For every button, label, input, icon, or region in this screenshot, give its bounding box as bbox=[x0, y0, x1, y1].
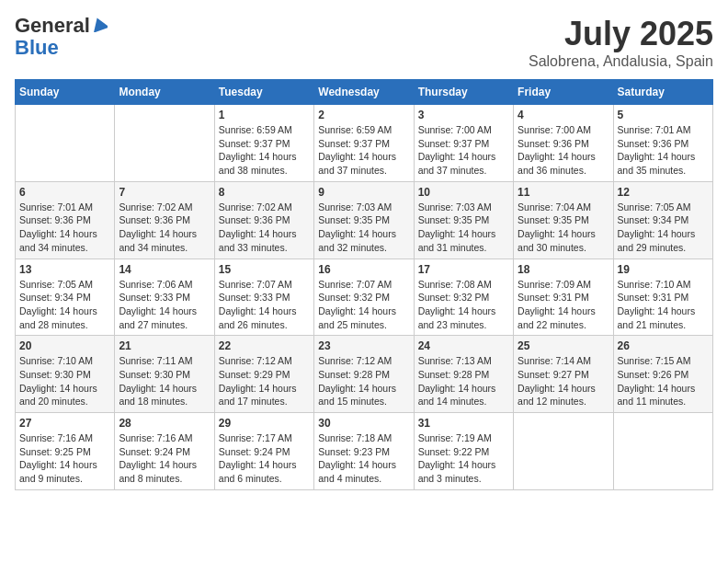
day-info: Sunrise: 7:05 AM Sunset: 9:34 PM Dayligh… bbox=[618, 201, 709, 255]
day-info: Sunrise: 7:10 AM Sunset: 9:31 PM Dayligh… bbox=[618, 278, 709, 332]
day-number: 10 bbox=[418, 186, 509, 199]
calendar-cell bbox=[613, 413, 712, 490]
calendar-cell: 23Sunrise: 7:12 AM Sunset: 9:28 PM Dayli… bbox=[314, 336, 414, 413]
day-number: 12 bbox=[618, 186, 709, 199]
day-number: 6 bbox=[19, 186, 110, 199]
calendar-cell: 21Sunrise: 7:11 AM Sunset: 9:30 PM Dayli… bbox=[115, 336, 214, 413]
day-number: 24 bbox=[418, 339, 509, 352]
calendar-cell: 16Sunrise: 7:07 AM Sunset: 9:32 PM Dayli… bbox=[314, 259, 414, 336]
calendar-week-0: 1Sunrise: 6:59 AM Sunset: 9:37 PM Daylig… bbox=[16, 105, 713, 182]
day-number: 25 bbox=[518, 339, 609, 352]
calendar-cell: 9Sunrise: 7:03 AM Sunset: 9:35 PM Daylig… bbox=[314, 181, 414, 259]
calendar-week-4: 27Sunrise: 7:16 AM Sunset: 9:25 PM Dayli… bbox=[16, 413, 713, 490]
day-info: Sunrise: 7:09 AM Sunset: 9:31 PM Dayligh… bbox=[518, 278, 609, 332]
day-info: Sunrise: 6:59 AM Sunset: 9:37 PM Dayligh… bbox=[219, 123, 310, 178]
day-info: Sunrise: 7:06 AM Sunset: 9:33 PM Dayligh… bbox=[119, 278, 210, 332]
day-number: 18 bbox=[518, 263, 609, 276]
calendar-cell: 12Sunrise: 7:05 AM Sunset: 9:34 PM Dayli… bbox=[613, 181, 712, 259]
calendar-cell: 7Sunrise: 7:02 AM Sunset: 9:36 PM Daylig… bbox=[115, 181, 214, 259]
calendar-table: SundayMondayTuesdayWednesdayThursdayFrid… bbox=[15, 79, 713, 490]
day-number: 21 bbox=[119, 339, 210, 352]
day-info: Sunrise: 7:07 AM Sunset: 9:33 PM Dayligh… bbox=[219, 278, 310, 332]
calendar-cell: 4Sunrise: 7:00 AM Sunset: 9:36 PM Daylig… bbox=[514, 105, 613, 182]
day-number: 1 bbox=[219, 109, 310, 121]
logo-triangle-icon bbox=[91, 16, 108, 32]
day-number: 19 bbox=[618, 263, 709, 276]
day-number: 7 bbox=[119, 186, 210, 199]
day-number: 16 bbox=[318, 263, 409, 276]
calendar-cell: 6Sunrise: 7:01 AM Sunset: 9:36 PM Daylig… bbox=[16, 181, 115, 259]
day-info: Sunrise: 7:19 AM Sunset: 9:22 PM Dayligh… bbox=[418, 431, 509, 486]
calendar-header-thursday: Thursday bbox=[414, 80, 513, 105]
title-block: July 2025 Salobrena, Andalusia, Spain bbox=[529, 15, 713, 70]
day-number: 3 bbox=[418, 109, 509, 121]
day-info: Sunrise: 7:00 AM Sunset: 9:37 PM Dayligh… bbox=[418, 123, 509, 178]
day-info: Sunrise: 7:03 AM Sunset: 9:35 PM Dayligh… bbox=[418, 201, 509, 255]
calendar-cell: 31Sunrise: 7:19 AM Sunset: 9:22 PM Dayli… bbox=[414, 413, 513, 490]
calendar-cell: 8Sunrise: 7:02 AM Sunset: 9:36 PM Daylig… bbox=[214, 181, 313, 259]
day-number: 11 bbox=[518, 186, 609, 199]
calendar-cell: 18Sunrise: 7:09 AM Sunset: 9:31 PM Dayli… bbox=[514, 259, 613, 336]
calendar-header-monday: Monday bbox=[115, 80, 214, 105]
day-info: Sunrise: 7:01 AM Sunset: 9:36 PM Dayligh… bbox=[19, 201, 110, 255]
calendar-cell: 1Sunrise: 6:59 AM Sunset: 9:37 PM Daylig… bbox=[214, 105, 313, 182]
day-info: Sunrise: 7:10 AM Sunset: 9:30 PM Dayligh… bbox=[19, 354, 110, 408]
day-info: Sunrise: 7:01 AM Sunset: 9:36 PM Dayligh… bbox=[618, 123, 709, 178]
calendar-week-1: 6Sunrise: 7:01 AM Sunset: 9:36 PM Daylig… bbox=[16, 181, 713, 259]
calendar-week-2: 13Sunrise: 7:05 AM Sunset: 9:34 PM Dayli… bbox=[16, 259, 713, 336]
calendar-cell: 27Sunrise: 7:16 AM Sunset: 9:25 PM Dayli… bbox=[16, 413, 115, 490]
calendar-week-3: 20Sunrise: 7:10 AM Sunset: 9:30 PM Dayli… bbox=[16, 336, 713, 413]
day-info: Sunrise: 7:05 AM Sunset: 9:34 PM Dayligh… bbox=[19, 278, 110, 332]
day-number: 26 bbox=[618, 339, 709, 352]
calendar-cell bbox=[16, 105, 115, 182]
page-header: General Blue July 2025 Salobrena, Andalu… bbox=[15, 15, 713, 70]
calendar-cell: 30Sunrise: 7:18 AM Sunset: 9:23 PM Dayli… bbox=[314, 413, 414, 490]
month-title: July 2025 bbox=[529, 15, 713, 53]
logo-blue-text: Blue bbox=[15, 36, 59, 59]
calendar-header-row: SundayMondayTuesdayWednesdayThursdayFrid… bbox=[16, 80, 713, 105]
day-number: 5 bbox=[618, 109, 709, 121]
day-number: 23 bbox=[318, 339, 409, 352]
day-number: 8 bbox=[219, 186, 310, 199]
logo-general-text: General bbox=[15, 15, 90, 37]
calendar-header-friday: Friday bbox=[514, 80, 613, 105]
day-number: 29 bbox=[219, 417, 310, 430]
day-info: Sunrise: 7:07 AM Sunset: 9:32 PM Dayligh… bbox=[318, 278, 409, 332]
day-number: 9 bbox=[318, 186, 409, 199]
calendar-header-sunday: Sunday bbox=[16, 80, 115, 105]
day-number: 14 bbox=[119, 263, 210, 276]
day-number: 30 bbox=[318, 417, 409, 430]
calendar-cell: 15Sunrise: 7:07 AM Sunset: 9:33 PM Dayli… bbox=[214, 259, 313, 336]
day-info: Sunrise: 7:16 AM Sunset: 9:24 PM Dayligh… bbox=[119, 431, 210, 486]
day-info: Sunrise: 7:13 AM Sunset: 9:28 PM Dayligh… bbox=[418, 354, 509, 408]
day-info: Sunrise: 7:08 AM Sunset: 9:32 PM Dayligh… bbox=[418, 278, 509, 332]
svg-marker-0 bbox=[91, 16, 108, 32]
day-info: Sunrise: 7:02 AM Sunset: 9:36 PM Dayligh… bbox=[119, 201, 210, 255]
calendar-cell: 5Sunrise: 7:01 AM Sunset: 9:36 PM Daylig… bbox=[613, 105, 712, 182]
day-info: Sunrise: 7:18 AM Sunset: 9:23 PM Dayligh… bbox=[318, 431, 409, 486]
day-number: 28 bbox=[119, 417, 210, 430]
calendar-cell: 26Sunrise: 7:15 AM Sunset: 9:26 PM Dayli… bbox=[613, 336, 712, 413]
calendar-cell: 20Sunrise: 7:10 AM Sunset: 9:30 PM Dayli… bbox=[16, 336, 115, 413]
calendar-header-saturday: Saturday bbox=[613, 80, 712, 105]
calendar-cell: 14Sunrise: 7:06 AM Sunset: 9:33 PM Dayli… bbox=[115, 259, 214, 336]
day-info: Sunrise: 7:03 AM Sunset: 9:35 PM Dayligh… bbox=[318, 201, 409, 255]
day-number: 4 bbox=[518, 109, 609, 121]
day-number: 31 bbox=[418, 417, 509, 430]
day-info: Sunrise: 7:14 AM Sunset: 9:27 PM Dayligh… bbox=[518, 354, 609, 408]
day-info: Sunrise: 7:15 AM Sunset: 9:26 PM Dayligh… bbox=[618, 354, 709, 408]
calendar-cell: 24Sunrise: 7:13 AM Sunset: 9:28 PM Dayli… bbox=[414, 336, 513, 413]
location-text: Salobrena, Andalusia, Spain bbox=[529, 53, 713, 70]
day-number: 27 bbox=[19, 417, 110, 430]
calendar-cell: 2Sunrise: 6:59 AM Sunset: 9:37 PM Daylig… bbox=[314, 105, 414, 182]
logo: General Blue bbox=[15, 15, 108, 59]
day-info: Sunrise: 7:17 AM Sunset: 9:24 PM Dayligh… bbox=[219, 431, 310, 486]
calendar-cell: 3Sunrise: 7:00 AM Sunset: 9:37 PM Daylig… bbox=[414, 105, 513, 182]
calendar-header-tuesday: Tuesday bbox=[214, 80, 313, 105]
day-number: 13 bbox=[19, 263, 110, 276]
day-info: Sunrise: 6:59 AM Sunset: 9:37 PM Dayligh… bbox=[318, 123, 409, 178]
calendar-cell: 25Sunrise: 7:14 AM Sunset: 9:27 PM Dayli… bbox=[514, 336, 613, 413]
calendar-cell: 29Sunrise: 7:17 AM Sunset: 9:24 PM Dayli… bbox=[214, 413, 313, 490]
calendar-cell bbox=[514, 413, 613, 490]
calendar-cell: 10Sunrise: 7:03 AM Sunset: 9:35 PM Dayli… bbox=[414, 181, 513, 259]
